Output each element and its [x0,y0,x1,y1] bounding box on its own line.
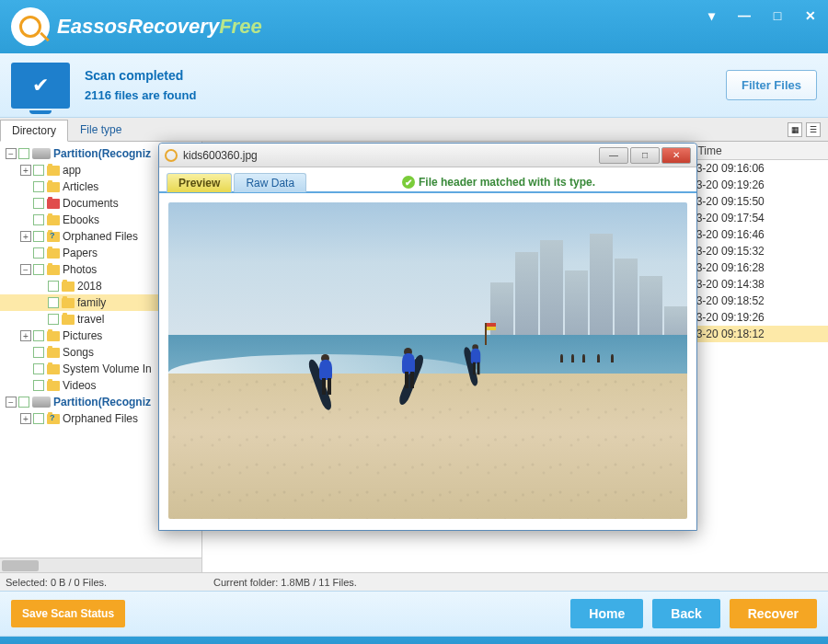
cell-modify-time: -03-20 09:18:52 [681,293,828,308]
folder-icon [47,182,60,192]
maximize-button[interactable]: □ [767,6,788,26]
scan-status-count: 2116 files are found [85,88,726,102]
folder-icon [47,414,60,424]
folder-icon [47,331,60,341]
drive-icon [32,397,51,408]
folder-icon [62,315,75,325]
preview-image [168,202,687,519]
view-tabs: Directory File type ▦ ☰ [0,118,828,142]
status-bar: Selected: 0 B / 0 Files. Current folder:… [0,572,828,591]
col-modify-time[interactable]: fy Time [681,143,828,159]
action-bar: Save Scan Status Home Back Recover [0,591,828,637]
folder-icon [47,232,60,242]
tree-h-scrollbar[interactable] [0,558,201,572]
folder-icon [47,199,60,209]
filter-files-button[interactable]: Filter Files [726,70,817,100]
folder-icon [47,364,60,374]
magnifier-icon [165,149,178,162]
header-match-status: ✔ File header matched with its type. [308,176,689,189]
app-title: EassosRecoveryFree [57,15,262,39]
preview-close-button[interactable]: ✕ [661,147,691,164]
current-folder-status: Current folder: 1.8MB / 11 Files. [208,577,357,588]
cell-modify-time: -03-20 09:16:06 [681,161,828,176]
drive-icon [32,148,51,159]
folder-icon [47,265,60,275]
cell-modify-time: -03-20 09:15:50 [681,194,828,209]
back-button[interactable]: Back [652,599,719,628]
preview-tab-preview[interactable]: Preview [167,173,232,192]
title-bar: EassosRecoveryFree ▾ ― □ ✕ [0,0,828,53]
save-scan-status-button[interactable]: Save Scan Status [11,600,125,627]
cell-modify-time: -03-20 09:18:12 [681,327,828,341]
check-icon: ✔ [32,74,49,98]
selected-status: Selected: 0 B / 0 Files. [6,577,208,588]
footer: Eassos Recovery - Lost Files and Partiti… [0,637,828,644]
cell-modify-time: -03-20 09:19:26 [681,310,828,325]
view-grid-icon[interactable]: ▦ [788,122,802,137]
menu-icon[interactable]: ▾ [701,6,721,26]
cell-modify-time: -03-20 09:15:32 [681,244,828,259]
view-list-icon[interactable]: ☰ [806,122,821,137]
close-button[interactable]: ✕ [800,6,821,26]
monitor-icon: ✔ [11,63,70,109]
recover-button[interactable]: Recover [730,599,817,628]
preview-window: kids600360.jpg ― □ ✕ Preview Raw Data ✔ … [158,143,697,531]
folder-icon [47,381,60,391]
cell-modify-time: -03-20 09:16:28 [681,260,828,275]
preview-minimize-button[interactable]: ― [599,147,628,164]
cell-modify-time: -03-20 09:17:54 [681,211,828,225]
cell-modify-time: -03-20 09:14:38 [681,277,828,292]
folder-icon [47,166,60,176]
folder-icon [47,215,60,225]
status-panel: ✔ Scan completed 2116 files are found Fi… [0,53,828,118]
preview-tabs: Preview Raw Data ✔ File header matched w… [159,167,696,193]
cell-modify-time: -03-20 09:16:46 [681,227,828,242]
preview-filename: kids600360.jpg [183,149,599,162]
preview-body [159,193,696,528]
app-logo [11,7,50,46]
preview-tab-rawdata[interactable]: Raw Data [234,173,306,192]
tab-file-type[interactable]: File type [68,119,133,141]
folder-icon [47,248,60,259]
cell-modify-time: -03-20 09:19:26 [681,178,828,192]
preview-maximize-button[interactable]: □ [630,147,660,164]
folder-icon [47,348,60,358]
preview-titlebar[interactable]: kids600360.jpg ― □ ✕ [159,144,696,167]
home-button[interactable]: Home [570,599,643,628]
tab-directory[interactable]: Directory [0,120,68,142]
minimize-button[interactable]: ― [734,6,754,26]
scan-status-title: Scan completed [85,68,726,83]
check-icon: ✔ [402,176,415,189]
folder-icon [62,282,75,292]
folder-icon [62,298,75,308]
